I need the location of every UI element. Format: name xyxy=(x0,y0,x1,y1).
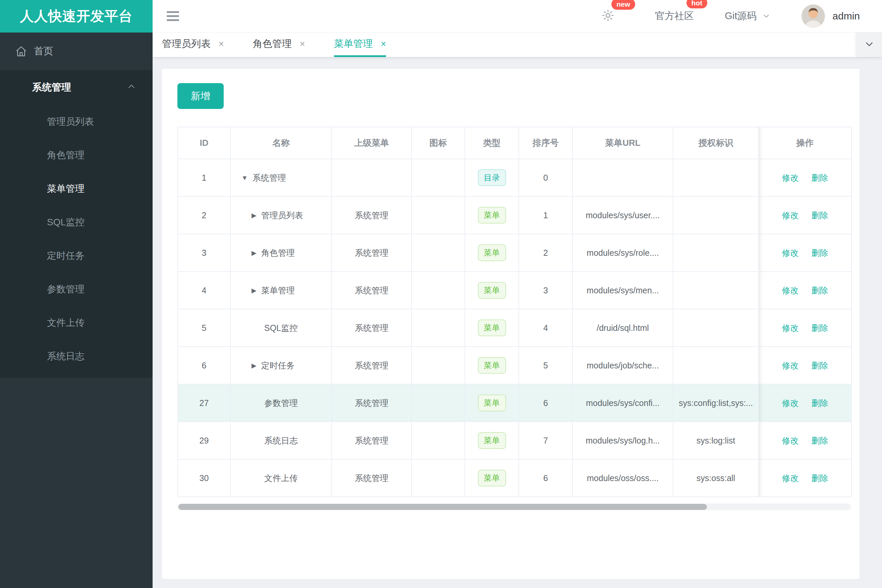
cell-actions: 修改删除 xyxy=(759,459,852,497)
cell-icon xyxy=(412,384,465,422)
cell-parent: 系统管理 xyxy=(332,272,412,309)
delete-link[interactable]: 删除 xyxy=(811,398,828,408)
avatar[interactable] xyxy=(801,4,825,28)
table-row: 4▶菜单管理系统管理菜单3modules/sys/men...修改删除 xyxy=(178,272,852,309)
main-content: 新增 ID名称上级菜单图标类型排序号菜单URL授权标识操作 1▼系统管理目录0修… xyxy=(153,57,882,588)
settings-button[interactable]: new xyxy=(601,9,615,24)
community-label: 官方社区 xyxy=(655,10,694,21)
add-button[interactable]: 新增 xyxy=(177,83,224,109)
sidebar-item-4[interactable]: SQL监控 xyxy=(0,206,153,239)
sidebar-item-2[interactable]: 角色管理 xyxy=(0,138,153,172)
cell-type: 菜单 xyxy=(465,346,519,384)
cell-actions: 修改删除 xyxy=(759,196,852,234)
cell-permission xyxy=(673,196,759,234)
expand-arrow-icon[interactable]: ▶ xyxy=(251,212,257,219)
hamburger-menu-icon[interactable] xyxy=(167,9,179,24)
sidebar: 人人快速开发平台 首页 系统管理 管理员列表角色管理菜单管理SQL监控定时任务参… xyxy=(0,0,153,588)
cell-id: 3 xyxy=(178,234,230,272)
cell-actions: 修改删除 xyxy=(759,346,852,384)
delete-link[interactable]: 删除 xyxy=(811,210,828,220)
tab-1[interactable]: 管理员列表× xyxy=(162,33,224,57)
tab-2[interactable]: 角色管理× xyxy=(253,33,305,57)
cell-order: 7 xyxy=(519,422,572,459)
cell-url: modules/sys/log.h... xyxy=(572,422,673,459)
username[interactable]: admin xyxy=(832,10,860,22)
type-badge: 菜单 xyxy=(478,394,506,412)
cell-order: 4 xyxy=(519,309,572,346)
cell-icon xyxy=(412,196,465,234)
horizontal-scrollbar-track[interactable] xyxy=(177,504,851,510)
edit-link[interactable]: 修改 xyxy=(782,286,799,295)
edit-link[interactable]: 修改 xyxy=(782,210,799,220)
hot-badge: hot xyxy=(687,0,708,8)
edit-link[interactable]: 修改 xyxy=(782,248,799,258)
tab-close-icon[interactable]: × xyxy=(219,39,224,49)
column-header: 操作 xyxy=(759,127,852,159)
tab-label: 管理员列表 xyxy=(162,37,210,51)
edit-link[interactable]: 修改 xyxy=(782,398,799,408)
type-badge: 菜单 xyxy=(478,320,506,337)
table-row: 3▶角色管理系统管理菜单2modules/sys/role....修改删除 xyxy=(178,234,852,272)
delete-link[interactable]: 删除 xyxy=(811,436,828,445)
delete-link[interactable]: 删除 xyxy=(811,248,828,258)
type-badge: 菜单 xyxy=(478,282,506,299)
cell-name: ▶菜单管理 xyxy=(230,272,332,309)
delete-link[interactable]: 删除 xyxy=(811,173,828,182)
tab-label: 角色管理 xyxy=(253,37,292,51)
sidebar-home-label: 首页 xyxy=(34,45,53,58)
cell-permission: sys:config:list,sys:... xyxy=(673,384,759,422)
delete-link[interactable]: 删除 xyxy=(811,361,828,370)
cell-url: modules/sys/role.... xyxy=(572,234,673,272)
expand-arrow-icon[interactable]: ▶ xyxy=(251,362,257,369)
tab-3[interactable]: 菜单管理× xyxy=(334,33,386,57)
chevron-down-icon xyxy=(762,12,771,21)
tab-close-icon[interactable]: × xyxy=(300,39,305,49)
menu-name: 菜单管理 xyxy=(261,286,295,295)
cell-actions: 修改删除 xyxy=(759,272,852,309)
edit-link[interactable]: 修改 xyxy=(782,323,799,333)
type-badge: 菜单 xyxy=(478,244,506,261)
expand-arrow-icon[interactable]: ▶ xyxy=(251,249,257,256)
sidebar-item-5[interactable]: 定时任务 xyxy=(0,239,153,273)
horizontal-scrollbar-thumb[interactable] xyxy=(179,504,707,510)
type-badge: 菜单 xyxy=(478,470,506,487)
sidebar-item-1[interactable]: 管理员列表 xyxy=(0,105,153,138)
community-link[interactable]: 官方社区 hot xyxy=(655,9,694,23)
tab-overflow-button[interactable] xyxy=(856,33,882,57)
cell-parent: 系统管理 xyxy=(332,384,412,422)
cell-id: 6 xyxy=(178,346,230,384)
cell-id: 1 xyxy=(178,159,230,196)
delete-link[interactable]: 删除 xyxy=(811,323,828,333)
delete-link[interactable]: 删除 xyxy=(811,473,828,483)
cell-parent: 系统管理 xyxy=(332,459,412,497)
sidebar-item-6[interactable]: 参数管理 xyxy=(0,273,153,306)
delete-link[interactable]: 删除 xyxy=(811,286,828,295)
cell-url xyxy=(572,159,673,196)
table-row: 29系统日志系统管理菜单7modules/sys/log.h...sys:log… xyxy=(178,422,852,459)
cell-parent: 系统管理 xyxy=(332,346,412,384)
table-row: 27参数管理系统管理菜单6modules/sys/confi...sys:con… xyxy=(178,384,852,422)
table-row: 30文件上传系统管理菜单6modules/oss/oss....sys:oss:… xyxy=(178,459,852,497)
sidebar-item-home[interactable]: 首页 xyxy=(0,33,153,70)
sidebar-item-8[interactable]: 系统日志 xyxy=(0,340,153,373)
app-logo: 人人快速开发平台 xyxy=(0,0,153,33)
sidebar-item-7[interactable]: 文件上传 xyxy=(0,306,153,340)
sidebar-item-3[interactable]: 菜单管理 xyxy=(0,172,153,206)
collapse-arrow-icon[interactable]: ▼ xyxy=(242,174,248,182)
column-header: 名称 xyxy=(230,127,332,159)
home-icon xyxy=(15,45,27,57)
tabs-container: 管理员列表×角色管理×菜单管理× xyxy=(162,33,415,57)
git-source-link[interactable]: Git源码 xyxy=(725,9,771,23)
edit-link[interactable]: 修改 xyxy=(782,473,799,483)
table-row: 1▼系统管理目录0修改删除 xyxy=(178,159,852,196)
cell-icon xyxy=(412,422,465,459)
cell-permission xyxy=(673,309,759,346)
tab-close-icon[interactable]: × xyxy=(381,39,386,49)
chevron-up-icon xyxy=(126,81,137,94)
sidebar-group-system[interactable]: 系统管理 xyxy=(0,70,153,105)
edit-link[interactable]: 修改 xyxy=(782,361,799,370)
edit-link[interactable]: 修改 xyxy=(782,436,799,445)
edit-link[interactable]: 修改 xyxy=(782,173,799,182)
expand-arrow-icon[interactable]: ▶ xyxy=(251,287,257,294)
cell-order: 6 xyxy=(519,384,572,422)
